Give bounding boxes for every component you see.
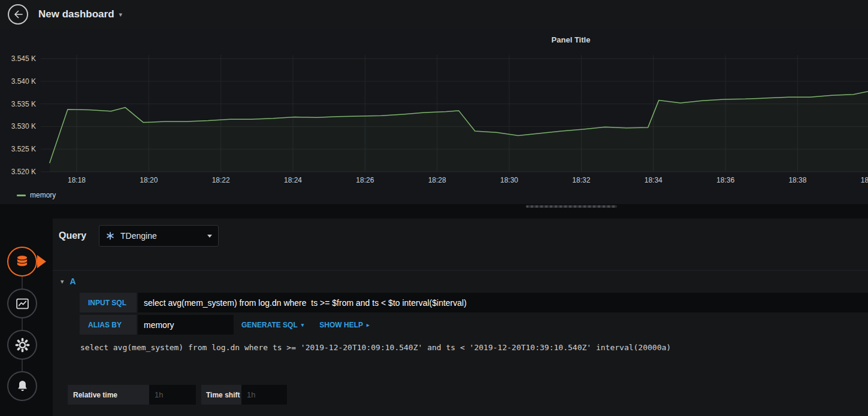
back-button[interactable] xyxy=(8,4,28,25)
query-header: Query TDengine xyxy=(59,225,219,247)
dashboard-title[interactable]: New dashboard xyxy=(38,8,114,20)
panel-title[interactable]: Panel Title xyxy=(526,35,616,44)
input-sql-row: INPUT SQL xyxy=(80,293,868,312)
svg-text:18:18: 18:18 xyxy=(68,176,86,184)
svg-text:18:26: 18:26 xyxy=(356,176,374,184)
chevron-right-icon: ▸ xyxy=(367,322,370,328)
alias-by-row: ALIAS BY GENERATE SQL ▾ SHOW HELP ▸ xyxy=(80,315,868,335)
tab-queries[interactable] xyxy=(7,247,37,277)
svg-text:18:38: 18:38 xyxy=(788,176,806,184)
collapse-icon[interactable]: ▾ xyxy=(61,278,64,286)
svg-text:3.545 K: 3.545 K xyxy=(11,54,36,63)
relative-time-input[interactable] xyxy=(149,385,196,405)
tdengine-logo-icon xyxy=(105,231,115,241)
chevron-down-icon[interactable]: ▾ xyxy=(119,11,123,19)
chart-icon xyxy=(15,296,30,311)
datasource-name: TDengine xyxy=(120,231,157,241)
alias-by-field[interactable] xyxy=(138,315,234,335)
horizontal-scrollbar[interactable] xyxy=(526,205,617,208)
graph-panel: 3.545 K3.540 K3.535 K3.530 K3.525 K3.520… xyxy=(0,29,868,204)
tab-visualization[interactable] xyxy=(7,289,37,318)
legend-series-name[interactable]: memory xyxy=(30,191,56,199)
svg-text:18:34: 18:34 xyxy=(645,176,663,184)
show-help-button[interactable]: SHOW HELP ▸ xyxy=(311,315,377,335)
input-sql-field[interactable] xyxy=(138,293,868,312)
show-help-text: SHOW HELP xyxy=(319,321,363,329)
tab-rail-connector xyxy=(22,262,23,386)
svg-text:3.540 K: 3.540 K xyxy=(11,77,36,86)
svg-text:18:22: 18:22 xyxy=(212,176,230,184)
section-divider xyxy=(53,270,868,271)
tab-general[interactable] xyxy=(7,330,37,360)
svg-text:18:20: 18:20 xyxy=(140,176,158,184)
svg-text:18:28: 18:28 xyxy=(428,176,446,184)
svg-text:18:24: 18:24 xyxy=(284,176,302,184)
svg-text:18:40: 18:40 xyxy=(861,176,868,184)
legend-color-swatch xyxy=(17,195,26,196)
query-row-header[interactable]: ▾ A xyxy=(61,274,76,289)
svg-text:18:30: 18:30 xyxy=(500,176,518,184)
time-shift-label: Time shift xyxy=(201,385,241,405)
generated-sql-text: select avg(mem_system) from log.dn where… xyxy=(80,342,861,354)
generate-sql-button[interactable]: GENERATE SQL ▾ xyxy=(234,315,311,335)
query-row-id: A xyxy=(70,277,76,286)
chart-legend: memory xyxy=(17,191,56,199)
active-tab-arrow xyxy=(37,255,46,268)
svg-text:18:32: 18:32 xyxy=(572,176,590,184)
svg-text:3.530 K: 3.530 K xyxy=(11,122,36,130)
svg-text:3.535 K: 3.535 K xyxy=(11,100,36,108)
arrow-left-icon xyxy=(13,10,23,19)
relative-time-label: Relative time xyxy=(68,385,149,405)
query-section-title: Query xyxy=(59,230,99,241)
tab-alert[interactable] xyxy=(7,371,37,401)
time-options-row: Relative time Time shift xyxy=(68,385,287,405)
chevron-down-icon: ▾ xyxy=(301,322,304,328)
svg-text:18:36: 18:36 xyxy=(716,176,734,184)
database-icon xyxy=(14,254,30,269)
alias-by-label: ALIAS BY xyxy=(80,315,137,335)
bell-icon xyxy=(15,379,30,394)
svg-text:3.520 K: 3.520 K xyxy=(11,168,36,176)
input-sql-label: INPUT SQL xyxy=(80,293,137,312)
datasource-picker[interactable]: TDengine xyxy=(99,225,219,247)
topbar: New dashboard ▾ xyxy=(0,0,868,29)
svg-text:3.525 K: 3.525 K xyxy=(11,145,36,153)
chevron-down-icon xyxy=(207,235,212,238)
generate-sql-text: GENERATE SQL xyxy=(241,321,298,329)
query-editor-card: Query TDengine ▾ A INPUT SQL ALIAS BY GE… xyxy=(53,218,868,416)
time-shift-input[interactable] xyxy=(241,385,287,405)
gear-icon xyxy=(15,338,30,353)
chart-svg[interactable]: 3.545 K3.540 K3.535 K3.530 K3.525 K3.520… xyxy=(0,29,868,204)
